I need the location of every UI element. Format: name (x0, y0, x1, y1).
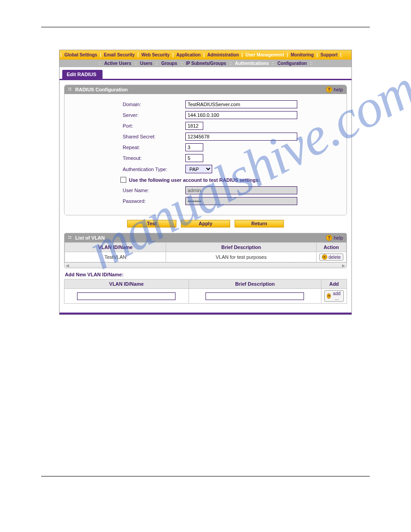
port-label: Port: (123, 123, 185, 129)
subnav-groups[interactable]: Groups (159, 61, 179, 66)
subnav-active-users[interactable]: Active Users (103, 61, 133, 66)
server-label: Server: (123, 112, 185, 118)
shared-secret-label: Shared Secret: (123, 134, 185, 139)
app-window: | Global Settings | Email Security | Web… (59, 50, 352, 315)
grip-icon (68, 87, 73, 92)
subnav-separator: :: (308, 61, 314, 66)
subnav-separator: :: (228, 61, 233, 66)
nav-monitoring[interactable]: Monitoring (289, 51, 316, 58)
vlan-col-action: Action (316, 243, 346, 252)
nav-application[interactable]: Application (175, 51, 202, 58)
nav-user-management[interactable]: User Management (244, 51, 286, 58)
table-row: + add ... (64, 289, 347, 304)
page-spacer (41, 315, 370, 458)
subnav-users[interactable]: Users (138, 61, 154, 66)
repeat-label: Repeat: (123, 145, 185, 150)
vlan-panel-header: List of VLAN ? help (64, 233, 347, 242)
username-label: User Name: (123, 188, 185, 193)
radius-panel-title: RADIUS Configuration (75, 87, 128, 92)
bottom-accent-bar (60, 313, 351, 314)
auth-type-label: Authentication Type: (123, 167, 185, 172)
auth-type-select[interactable]: PAP (185, 165, 212, 173)
horizontal-scrollbar[interactable] (64, 262, 347, 268)
help-icon: ? (326, 235, 332, 241)
username-input[interactable] (185, 186, 297, 194)
new-vlan-id-input[interactable] (77, 292, 176, 300)
nav-separator: | (171, 51, 175, 58)
shared-secret-input[interactable] (185, 133, 297, 141)
subnav-separator: :: (133, 61, 138, 66)
nav-email-security[interactable]: Email Security (102, 51, 137, 58)
return-button[interactable]: Return (235, 220, 284, 227)
repeat-input[interactable] (185, 143, 203, 151)
password-input[interactable] (185, 197, 297, 205)
secondary-nav: :: Active Users :: Users :: Groups :: IP… (60, 60, 351, 67)
nav-separator: | (316, 51, 319, 58)
subnav-authentications[interactable]: Authentications (233, 61, 271, 66)
tab-edit-radius[interactable]: Edit RADIUS (62, 70, 103, 79)
nav-administration[interactable]: Administration (206, 51, 241, 58)
delete-label: delete (329, 255, 341, 260)
help-icon: ? (326, 86, 332, 93)
delete-vlan-button[interactable]: × delete (319, 253, 343, 261)
tab-bar: Edit RADIUS (60, 67, 351, 79)
action-button-row: Test Apply Return (64, 220, 347, 227)
nav-separator: | (286, 51, 289, 58)
radius-panel-header: RADIUS Configuration ? help (64, 85, 347, 94)
subnav-ip-subnets[interactable]: IP Subnets/Groups (184, 61, 228, 66)
vlan-col-desc: Brief Description (166, 243, 316, 252)
table-row: TestVLAN VLAN for test purposes × delete (65, 252, 347, 262)
test-account-label: Use the following user account to test R… (129, 177, 260, 183)
help-label: help (334, 235, 343, 240)
test-account-checkbox[interactable] (120, 177, 126, 183)
nav-global-settings[interactable]: Global Settings (63, 51, 99, 58)
subnav-separator: :: (179, 61, 184, 66)
port-input[interactable] (185, 122, 203, 130)
domain-input[interactable] (185, 100, 297, 108)
add-vlan-heading: Add New VLAN ID/Name: (64, 268, 347, 279)
apply-button[interactable]: Apply (181, 220, 230, 227)
vlan-panel-title: List of VLAN (75, 235, 105, 240)
subnav-separator: :: (270, 61, 276, 66)
subnav-separator: :: (154, 61, 160, 66)
help-link[interactable]: ? help (326, 86, 343, 93)
vlan-table: VLAN ID/Name Brief Description Action Te… (64, 242, 347, 262)
add-vlan-section: Add New VLAN ID/Name: VLAN ID/Name Brief… (64, 268, 347, 306)
add-icon: + (327, 293, 331, 299)
vlan-col-id: VLAN ID/Name (65, 243, 166, 252)
nav-separator: | (60, 51, 63, 58)
nav-web-security[interactable]: Web Security (140, 51, 171, 58)
radius-panel-body: Domain: Server: Port: Shared Secret: Rep… (64, 94, 347, 215)
server-input[interactable] (185, 111, 297, 119)
content-area: RADIUS Configuration ? help Domain: Serv… (60, 80, 351, 313)
password-label: Password: (123, 198, 185, 204)
vlan-list-panel: List of VLAN ? help VLAN ID/Name Brief D… (64, 233, 347, 268)
vlan-cell-id: TestVLAN (65, 252, 166, 262)
help-label: help (334, 87, 343, 92)
nav-separator: | (202, 51, 206, 58)
grip-icon (68, 236, 73, 240)
add-label: add ... (332, 291, 341, 301)
subnav-separator: :: (97, 61, 103, 66)
subnav-configuration[interactable]: Configuration (276, 61, 309, 66)
new-vlan-desc-input[interactable] (206, 292, 304, 300)
nav-separator: | (137, 51, 140, 58)
primary-nav: | Global Settings | Email Security | Web… (60, 50, 351, 60)
add-vlan-col-add: Add (321, 279, 347, 289)
add-vlan-col-id: VLAN ID/Name (64, 279, 189, 289)
page-rule-bottom (41, 476, 370, 476)
delete-icon: × (322, 254, 327, 260)
nav-support[interactable]: Support (319, 51, 339, 58)
add-vlan-button[interactable]: + add ... (324, 290, 344, 302)
add-vlan-table: VLAN ID/Name Brief Description Add + add… (64, 279, 347, 304)
timeout-label: Timeout: (123, 155, 185, 161)
help-link[interactable]: ? help (326, 235, 343, 241)
timeout-input[interactable] (185, 154, 203, 162)
vlan-cell-desc: VLAN for test purposes (166, 252, 316, 262)
add-vlan-col-desc: Brief Description (188, 279, 321, 289)
test-button[interactable]: Test (127, 220, 176, 227)
domain-label: Domain: (123, 102, 185, 107)
page-rule-top (41, 27, 370, 27)
radius-config-panel: RADIUS Configuration ? help Domain: Serv… (64, 85, 347, 215)
nav-separator: | (99, 51, 102, 58)
